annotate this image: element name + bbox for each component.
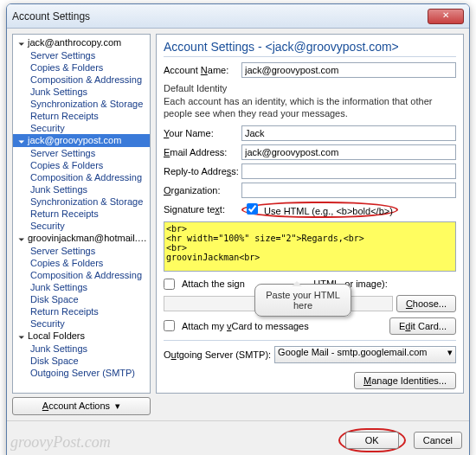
annotation-callout: Paste your HTML here: [254, 284, 351, 317]
tree-item[interactable]: Junk Settings: [13, 86, 150, 98]
ok-button[interactable]: OK: [345, 432, 399, 449]
account-tree[interactable]: jack@anthrocopy.comServer SettingsCopies…: [12, 34, 151, 394]
tree-account[interactable]: jack@anthrocopy.com: [13, 36, 150, 49]
close-button[interactable]: ✕: [428, 9, 464, 24]
attach-vcard-label: Attach my vCard to messages: [182, 321, 309, 331]
tree-item[interactable]: Outgoing Server (SMTP): [13, 367, 150, 379]
attach-sig-checkbox[interactable]: [164, 279, 175, 290]
tree-item[interactable]: Copies & Folders: [13, 61, 150, 74]
reply-field[interactable]: [241, 163, 456, 179]
tree-item[interactable]: Server Settings: [13, 147, 150, 159]
settings-panel: Account Settings - <jack@groovypost.com>…: [156, 34, 464, 394]
tree-item[interactable]: Security: [13, 220, 150, 232]
account-name-field[interactable]: [241, 62, 456, 78]
org-field[interactable]: [241, 183, 456, 198]
tree-item[interactable]: Composition & Addressing: [13, 74, 150, 86]
email-field[interactable]: [241, 144, 456, 160]
tree-item[interactable]: Synchronization & Storage: [13, 195, 150, 208]
tree-item[interactable]: Composition & Addressing: [13, 269, 150, 281]
tree-item[interactable]: Server Settings: [13, 49, 150, 61]
tree-item[interactable]: Return Receipts: [13, 305, 150, 317]
use-html-checkbox[interactable]: [247, 203, 258, 215]
smtp-label: Outgoing Server (SMTP):: [164, 349, 271, 360]
ok-highlight: OK: [338, 428, 406, 452]
choose-button[interactable]: Choose...: [396, 295, 456, 312]
your-name-label: Your Name:: [164, 128, 238, 138]
tree-item[interactable]: Disk Space: [13, 355, 150, 367]
email-label: Email Address:: [164, 147, 238, 157]
edit-card-button[interactable]: Edit Card...: [389, 317, 456, 335]
reply-label: Reply-to Address:: [164, 166, 238, 176]
tree-item[interactable]: Return Receipts: [13, 110, 150, 122]
tree-item[interactable]: Junk Settings: [13, 343, 150, 355]
tree-item[interactable]: Copies & Folders: [13, 159, 150, 171]
cancel-button[interactable]: Cancel: [414, 432, 462, 449]
sig-label: Signature text:: [164, 204, 238, 215]
use-html-label: Use HTML (e.g., <b>bold</b>): [264, 206, 393, 216]
tree-item[interactable]: Copies & Folders: [13, 257, 150, 269]
tree-account[interactable]: Local Folders: [13, 330, 150, 343]
tree-account[interactable]: jack@groovypost.com: [13, 134, 150, 147]
account-actions-button[interactable]: Account Actions ▾: [12, 397, 151, 415]
signature-textarea[interactable]: <br> <hr width="100%" size="2">Regards,<…: [164, 221, 456, 272]
tree-item[interactable]: Server Settings: [13, 245, 150, 257]
account-name-label: Account Name:: [164, 65, 238, 75]
panel-heading: Account Settings - <jack@groovypost.com>: [164, 40, 456, 57]
tree-item[interactable]: Synchronization & Storage: [13, 98, 150, 110]
tree-account[interactable]: groovinjackman@hotmail.c...: [13, 232, 150, 245]
tree-item[interactable]: Security: [13, 122, 150, 134]
org-label: Organization:: [164, 185, 238, 195]
identity-label: Default Identity: [164, 83, 456, 93]
tree-item[interactable]: Return Receipts: [13, 208, 150, 220]
identity-desc: Each account has an identity, which is t…: [164, 95, 456, 120]
use-html-highlight: Use HTML (e.g., <b>bold</b>): [241, 202, 398, 218]
watermark: groovyPost.com: [10, 433, 111, 452]
attach-vcard-checkbox[interactable]: [164, 320, 175, 331]
window-title: Account Settings: [12, 10, 428, 22]
smtp-select[interactable]: Google Mail - smtp.googlemail.com ▾: [274, 346, 456, 363]
titlebar: Account Settings ✕: [7, 4, 469, 29]
tree-item[interactable]: Junk Settings: [13, 183, 150, 195]
tree-item[interactable]: Composition & Addressing: [13, 171, 150, 183]
your-name-field[interactable]: [241, 125, 456, 141]
tree-item[interactable]: Junk Settings: [13, 281, 150, 293]
tree-item[interactable]: Security: [13, 317, 150, 330]
tree-item[interactable]: Disk Space: [13, 293, 150, 305]
manage-identities-button[interactable]: Manage Identities...: [354, 372, 456, 389]
